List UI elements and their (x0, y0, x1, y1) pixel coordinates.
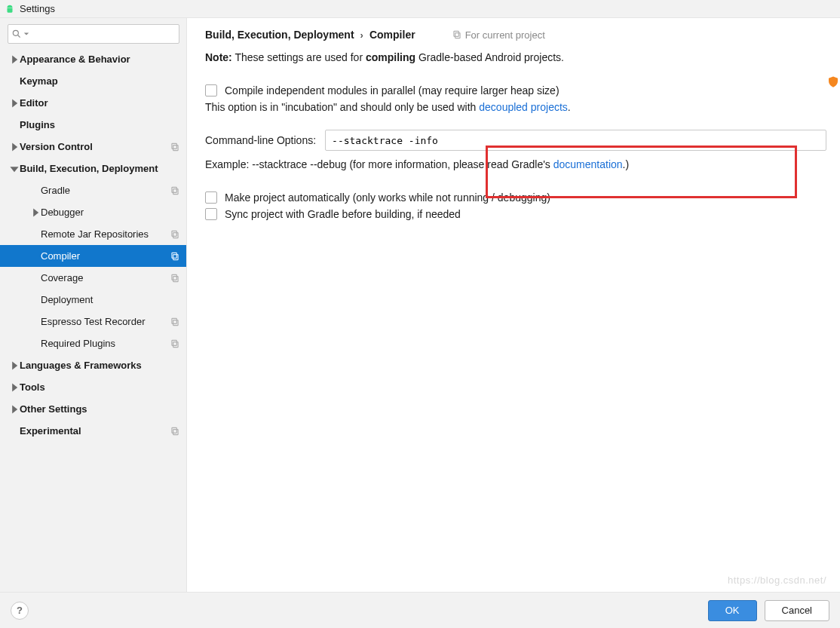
note-line: Note: These settings are used for compil… (205, 51, 826, 63)
copy-icon (170, 229, 180, 240)
incubation-note: This option is in "incubation" and shoul… (205, 101, 826, 113)
svg-rect-11 (172, 274, 176, 280)
svg-point-0 (13, 30, 18, 35)
breadcrumb-sep: › (360, 29, 363, 41)
svg-rect-13 (172, 318, 176, 323)
sidebar-item-label: Languages & Frameworks (20, 360, 180, 371)
svg-rect-15 (172, 340, 176, 345)
copy-icon (170, 142, 180, 152)
svg-rect-10 (173, 276, 178, 281)
cmdline-row: Command-line Options: (205, 130, 826, 151)
sidebar-item-languages-frameworks[interactable]: Languages & Frameworks (0, 354, 186, 376)
sidebar-item-label: Debugger (41, 207, 180, 218)
checkbox-label: Compile independent modules in parallel … (225, 84, 559, 96)
sidebar-item-required-plugins[interactable]: Required Plugins (0, 332, 186, 354)
checkbox-parallel[interactable]: Compile independent modules in parallel … (205, 84, 826, 96)
sidebar-item-tools[interactable]: Tools (0, 376, 186, 398)
footer: ? OK Cancel (0, 592, 840, 628)
svg-rect-7 (172, 231, 176, 236)
sidebar-item-label: Experimental (20, 425, 170, 437)
sidebar-item-gradle[interactable]: Gradle (0, 179, 186, 201)
sidebar-item-label: Coverage (41, 272, 170, 283)
sidebar-item-build-execution-deployment[interactable]: Build, Execution, Deployment (0, 158, 186, 179)
shield-icon (826, 74, 840, 90)
checkbox-auto[interactable]: Make project automatically (only works w… (205, 191, 826, 204)
sidebar: Appearance & BehaviorKeymapEditorPlugins… (0, 18, 187, 592)
sidebar-item-label: Appearance & Behavior (20, 54, 180, 65)
sidebar-item-espresso-test-recorder[interactable]: Espresso Test Recorder (0, 311, 186, 332)
chevron-down-icon (23, 31, 29, 37)
sidebar-item-label: Other Settings (20, 403, 180, 415)
checkbox-box[interactable] (205, 191, 217, 204)
sidebar-item-editor[interactable]: Editor (0, 92, 186, 114)
project-scope: For current project (452, 29, 545, 41)
svg-rect-12 (173, 320, 178, 325)
sidebar-item-label: Remote Jar Repositories (41, 228, 170, 240)
copy-icon (170, 426, 180, 437)
checkbox-label: Sync project with Gradle before building… (225, 208, 461, 220)
sidebar-item-label: Deployment (41, 294, 180, 305)
main-panel: Build, Execution, Deployment › Compiler … (187, 18, 840, 592)
copy-icon (452, 29, 462, 40)
sidebar-item-appearance-behavior[interactable]: Appearance & Behavior (0, 48, 186, 70)
sidebar-item-label: Required Plugins (41, 338, 170, 349)
cmdline-input[interactable] (325, 130, 826, 151)
svg-rect-16 (173, 429, 178, 434)
sidebar-item-compiler[interactable]: Compiler (0, 245, 186, 267)
sidebar-item-deployment[interactable]: Deployment (0, 289, 186, 311)
sidebar-item-plugins[interactable]: Plugins (0, 114, 186, 136)
svg-rect-6 (173, 232, 178, 237)
sidebar-item-other-settings[interactable]: Other Settings (0, 398, 186, 420)
link-documentation[interactable]: documentation (553, 158, 623, 170)
svg-line-1 (18, 35, 20, 38)
svg-rect-5 (172, 187, 176, 192)
checkbox-sync[interactable]: Sync project with Gradle before building… (205, 208, 826, 220)
cmdline-label: Command-line Options: (205, 134, 316, 146)
sidebar-item-label: Keymap (20, 75, 180, 87)
svg-rect-9 (172, 253, 176, 258)
ok-button[interactable]: OK (708, 600, 757, 621)
sidebar-item-experimental[interactable]: Experimental (0, 420, 186, 442)
breadcrumb-seg2: Compiler (369, 29, 415, 41)
sidebar-item-version-control[interactable]: Version Control (0, 136, 186, 158)
svg-rect-18 (455, 33, 459, 38)
cancel-button[interactable]: Cancel (765, 600, 829, 621)
highlight-box (486, 146, 797, 198)
copy-icon (170, 185, 180, 196)
sidebar-item-label: Version Control (20, 141, 170, 152)
checkbox-box[interactable] (205, 208, 217, 220)
sidebar-item-label: Tools (20, 381, 180, 393)
window-title: Settings (20, 3, 55, 14)
copy-icon (170, 339, 180, 349)
sidebar-item-label: Compiler (41, 250, 170, 262)
sidebar-item-label: Gradle (41, 185, 170, 196)
help-button[interactable]: ? (11, 602, 29, 620)
cmdline-example: Example: --stacktrace --debug (for more … (205, 158, 826, 170)
copy-icon (170, 251, 180, 262)
breadcrumb: Build, Execution, Deployment › Compiler … (205, 29, 826, 41)
checkbox-box[interactable] (205, 84, 217, 96)
sidebar-item-keymap[interactable]: Keymap (0, 70, 186, 92)
copy-icon (170, 273, 180, 283)
svg-rect-2 (173, 145, 178, 150)
search-input[interactable] (8, 24, 179, 44)
svg-rect-17 (172, 427, 176, 433)
search-field[interactable] (29, 28, 176, 41)
android-icon (5, 4, 15, 14)
sidebar-item-label: Espresso Test Recorder (41, 316, 170, 327)
sidebar-item-remote-jar-repositories[interactable]: Remote Jar Repositories (0, 223, 186, 245)
sidebar-item-label: Plugins (20, 119, 180, 130)
settings-tree: Appearance & BehaviorKeymapEditorPlugins… (0, 48, 186, 592)
svg-rect-4 (173, 188, 178, 194)
search-icon (11, 29, 22, 39)
link-decoupled-projects[interactable]: decoupled projects (479, 101, 568, 113)
titlebar: Settings (0, 0, 840, 18)
svg-rect-19 (454, 31, 458, 36)
sidebar-item-label: Build, Execution, Deployment (20, 163, 180, 174)
sidebar-item-debugger[interactable]: Debugger (0, 201, 186, 223)
breadcrumb-seg1: Build, Execution, Deployment (205, 29, 354, 41)
sidebar-item-coverage[interactable]: Coverage (0, 267, 186, 289)
sidebar-item-label: Editor (20, 97, 180, 109)
copy-icon (170, 317, 180, 327)
svg-rect-8 (173, 254, 178, 259)
